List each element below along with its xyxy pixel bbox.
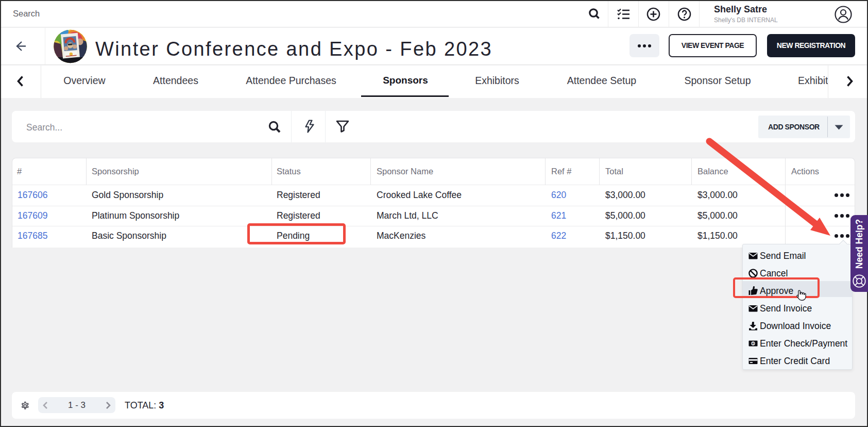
svg-text:$: $ [752, 342, 754, 345]
